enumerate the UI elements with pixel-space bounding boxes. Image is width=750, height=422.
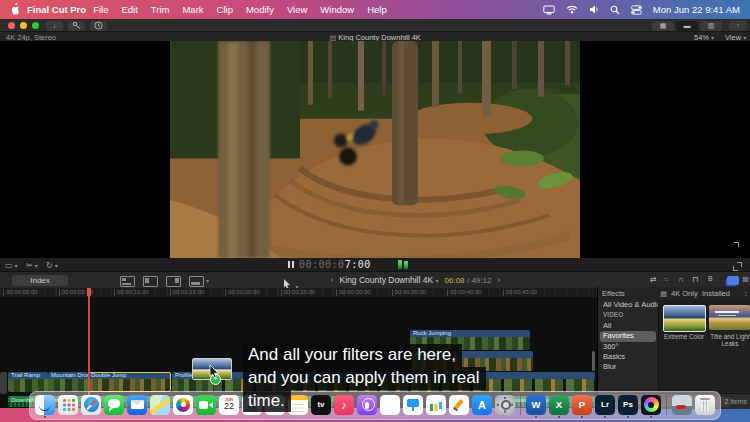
connect-edit-button[interactable] <box>120 276 135 287</box>
effects-category-basics[interactable]: Basics <box>598 352 658 362</box>
4k-only-filter[interactable]: 4K Only <box>671 289 698 298</box>
effect-extreme-color[interactable] <box>663 305 706 332</box>
control-center-icon[interactable] <box>631 5 642 15</box>
dock-excel[interactable]: X <box>549 395 569 419</box>
dock-downloads[interactable] <box>672 395 692 415</box>
dock-facetime[interactable] <box>196 395 216 415</box>
dock-settings[interactable] <box>495 395 515 415</box>
running-indicator <box>44 416 47 419</box>
background-tasks-button[interactable] <box>90 21 107 31</box>
browser-toggle-button[interactable]: ▦ <box>652 21 674 31</box>
dock-launchpad[interactable] <box>58 395 78 415</box>
apple-menu-icon[interactable] <box>10 3 20 17</box>
import-media-button[interactable]: ↓ <box>46 21 63 31</box>
menu-mark[interactable]: Mark <box>182 4 203 15</box>
expand-viewer-icon[interactable] <box>733 262 742 271</box>
dock-maps[interactable] <box>150 395 170 415</box>
dock-photoshop[interactable]: Ps <box>618 395 638 419</box>
volume-icon[interactable] <box>589 5 599 14</box>
effects-category-360-[interactable]: 360° <box>598 342 658 352</box>
chevron-down-icon[interactable]: ▾ <box>206 277 209 284</box>
wifi-icon[interactable] <box>566 5 578 14</box>
effects-category-favorites[interactable]: Favorites <box>600 331 656 341</box>
transform-menu[interactable]: ▭▾ <box>5 261 18 270</box>
minimize-window-button[interactable] <box>20 22 27 29</box>
effect-title-and-light-leaks[interactable] <box>709 305 750 330</box>
powerpoint-icon: P <box>572 395 592 415</box>
share-button[interactable]: ↑ <box>729 21 747 31</box>
effects-category-video: VIDEO <box>598 310 658 320</box>
background-render-icon[interactable]: B <box>708 275 713 282</box>
spotlight-search-icon[interactable] <box>610 5 620 15</box>
effects-browser-button[interactable] <box>727 276 739 285</box>
menu-file[interactable]: File <box>93 4 108 15</box>
close-window-button[interactable] <box>8 22 15 29</box>
clip-double-jump-selected[interactable]: Double Jump <box>88 372 171 392</box>
timeline-toggle-button[interactable]: ▬ <box>676 21 698 31</box>
timeline-project-menu[interactable]: King County Downhill 4K ▾ <box>340 275 439 285</box>
timeline-vertical-scrollbar[interactable] <box>592 351 595 371</box>
menu-clip[interactable]: Clip <box>217 4 233 15</box>
next-project-button[interactable]: › <box>497 275 500 285</box>
overwrite-edit-button[interactable] <box>189 276 204 287</box>
menu-trim[interactable]: Trim <box>151 4 170 15</box>
dock-separator <box>666 395 667 415</box>
dock-mail[interactable] <box>127 395 147 415</box>
menu-view[interactable]: View <box>287 4 307 15</box>
previous-project-button[interactable]: ‹ <box>331 275 334 285</box>
dock-safari[interactable] <box>81 395 101 415</box>
monitor-grid-icon: ▦ <box>660 289 667 298</box>
lightroom-icon: Lr <box>595 395 615 415</box>
transitions-browser-button[interactable]: ⊠ <box>742 275 749 284</box>
effects-thumbnail-list: Extreme Color Title and Light Leaks <box>659 300 750 392</box>
menu-app-name[interactable]: Final Cut Pro <box>27 4 86 15</box>
dock-lightroom[interactable]: Lr <box>595 395 615 419</box>
effects-category-all[interactable]: All <box>598 321 658 331</box>
dock-calendar[interactable]: JUN22 <box>219 395 239 415</box>
dock-finder[interactable] <box>35 395 55 419</box>
audio-meter-right[interactable] <box>404 261 408 269</box>
video-frame-mountain-biker <box>170 41 580 258</box>
menu-help[interactable]: Help <box>367 4 387 15</box>
dock-photos[interactable] <box>173 395 193 415</box>
fcp-icon <box>641 395 661 415</box>
clip-mountain-drone[interactable]: Mountain Drone <box>48 372 88 392</box>
storyline-start-handle[interactable] <box>0 372 7 394</box>
dock-powerpoint[interactable]: P <box>572 395 592 419</box>
dock-fcp[interactable] <box>641 395 661 419</box>
audio-skimming-toggle[interactable]: ≈ <box>664 275 668 284</box>
clip-trail-ramp[interactable]: Trail Ramp <box>8 372 48 392</box>
retime-menu[interactable]: ↻▾ <box>46 261 58 270</box>
dock-separator <box>520 395 521 415</box>
menu-bar-clock[interactable]: Mon Jun 22 9:41 AM <box>653 4 740 15</box>
append-edit-button[interactable] <box>166 276 181 287</box>
window-title-bar: ↓ ▦ ▬ ▥ ↑ <box>0 19 750 32</box>
word-icon: W <box>526 395 546 415</box>
viewer-canvas[interactable] <box>0 41 750 258</box>
dock-messages[interactable] <box>104 395 124 415</box>
zoom-window-button[interactable] <box>32 22 39 29</box>
dock-trash[interactable] <box>695 395 715 415</box>
mail-icon <box>127 395 147 415</box>
effects-category-blur[interactable]: Blur <box>598 362 658 372</box>
effects-category-list: All Video & AudioVIDEOAllFavorites360°Ba… <box>598 300 659 392</box>
chevron-down-icon: ▾ <box>436 278 439 284</box>
insert-edit-button[interactable] <box>143 276 158 287</box>
audio-meter-left[interactable] <box>398 260 402 269</box>
menu-modify[interactable]: Modify <box>246 4 274 15</box>
trash-icon <box>695 395 715 415</box>
snapping-toggle[interactable]: ⊓ <box>692 275 698 284</box>
index-button[interactable]: Index <box>12 275 68 286</box>
running-indicator <box>535 416 538 419</box>
viewer-timecode: 00:00:07:00 <box>299 259 371 270</box>
solo-toggle[interactable]: ∩ <box>678 275 684 284</box>
keyword-editor-button[interactable] <box>68 21 85 31</box>
inspector-toggle-button[interactable]: ▥ <box>700 21 722 31</box>
skimming-toggle[interactable]: ⇄ <box>650 275 657 284</box>
screen-mirroring-icon[interactable] <box>543 5 555 15</box>
menu-window[interactable]: Window <box>320 4 354 15</box>
crop-menu[interactable]: ✂▾ <box>26 261 38 270</box>
dock-word[interactable]: W <box>526 395 546 419</box>
menu-edit[interactable]: Edit <box>121 4 137 15</box>
effects-category-all-video-audio[interactable]: All Video & Audio <box>598 300 658 310</box>
